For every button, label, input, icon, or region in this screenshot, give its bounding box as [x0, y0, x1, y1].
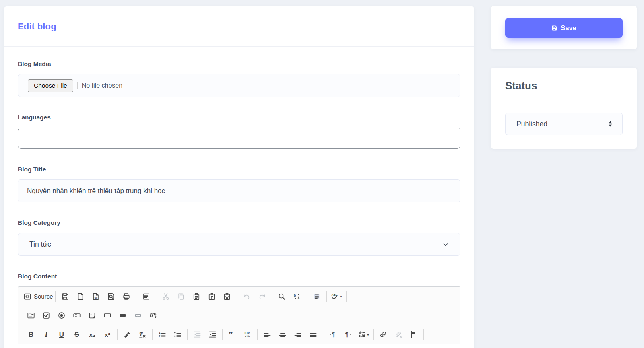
button-field-button[interactable]	[115, 308, 130, 323]
blog-content-label: Blog Content	[18, 273, 460, 280]
radio-button-icon	[58, 311, 66, 319]
toolbar-separator	[136, 291, 136, 302]
align-right-button[interactable]	[290, 327, 305, 342]
italic-button[interactable]: I	[39, 327, 54, 342]
edit-blog-card: Edit blog Blog Media Choose File No file…	[4, 6, 474, 348]
hidden-field-icon	[149, 311, 157, 319]
paste-button[interactable]	[189, 289, 204, 304]
undo-button	[239, 289, 254, 304]
languages-input[interactable]	[18, 128, 460, 149]
source-button[interactable]: Source	[23, 289, 53, 304]
numbered-list-button[interactable]: 12	[155, 327, 170, 342]
print-icon	[122, 292, 130, 301]
checkbox-button[interactable]	[39, 308, 54, 323]
superscript-button[interactable]: x²	[100, 327, 115, 342]
editor-toolbar-row-1: SourcePDFbaABC▾	[18, 287, 460, 306]
link-button[interactable]	[376, 327, 391, 342]
text-field-button[interactable]	[69, 308, 85, 323]
new-page-icon	[76, 292, 85, 301]
card-header: Edit blog	[4, 6, 474, 47]
toolbar-separator	[237, 291, 237, 302]
export-pdf-button[interactable]: PDF	[88, 289, 103, 304]
svg-text:PDF: PDF	[93, 296, 98, 299]
card-body: Blog Media Choose File No file chosen La…	[4, 47, 474, 348]
status-select[interactable]: Published	[505, 113, 623, 135]
remove-format-icon: T	[138, 330, 147, 338]
dropdown-caret-icon: ▾	[340, 294, 342, 299]
page-title: Edit blog	[18, 21, 56, 32]
unlink-icon	[394, 330, 402, 338]
div-container-button[interactable]: DIV</>	[240, 327, 255, 342]
select-all-button[interactable]	[309, 289, 324, 304]
checkbox-icon	[42, 311, 50, 319]
toolbar-separator	[156, 291, 156, 302]
save-button[interactable]: Save	[505, 18, 623, 38]
preview-button[interactable]	[103, 289, 119, 304]
indent-button[interactable]	[205, 327, 220, 342]
anchor-icon	[410, 330, 418, 338]
paste-icon	[192, 292, 200, 301]
subscript-button[interactable]: x₂	[85, 327, 100, 342]
spell-check-button[interactable]: ABC▾	[329, 289, 344, 304]
anchor-button[interactable]	[406, 327, 421, 342]
align-left-button[interactable]	[260, 327, 275, 342]
hidden-field-button[interactable]	[146, 308, 161, 323]
blog-content-group: Blog Content SourcePDFbaABC▾ BIUSx₂x²T12…	[18, 273, 460, 348]
status-value: Published	[516, 120, 547, 128]
paste-text-icon	[208, 292, 216, 301]
language-button[interactable]: ▾	[356, 327, 371, 342]
choose-file-button[interactable]: Choose File	[28, 79, 73, 92]
editor-content-area[interactable]	[18, 344, 460, 348]
textarea-icon	[88, 311, 96, 319]
text-direction-ltr-button[interactable]: ¶	[325, 327, 341, 342]
cut-button	[158, 289, 173, 304]
paste-from-word-button[interactable]	[219, 289, 235, 304]
textarea-button[interactable]	[85, 308, 100, 323]
new-page-button[interactable]	[73, 289, 88, 304]
editor-toolbar-row-2	[18, 306, 460, 325]
select-field-button[interactable]	[100, 308, 115, 323]
save-card: Save	[491, 6, 637, 49]
find-button[interactable]	[274, 289, 289, 304]
templates-icon	[142, 292, 150, 301]
page: Edit blog Blog Media Choose File No file…	[0, 0, 644, 348]
status-card-title: Status	[505, 80, 623, 92]
form-icon	[27, 311, 35, 319]
image-button-button[interactable]	[130, 308, 146, 323]
outdent-button	[190, 327, 205, 342]
blog-category-select[interactable]: Tin tức	[18, 233, 460, 256]
svg-text:ABC: ABC	[331, 293, 338, 297]
remove-format-button[interactable]: T	[135, 327, 150, 342]
text-direction-rtl-button[interactable]: ¶	[341, 327, 356, 342]
save-icon	[61, 292, 69, 301]
toolbar-separator	[307, 291, 307, 302]
svg-text:T: T	[139, 331, 143, 338]
print-button[interactable]	[119, 289, 134, 304]
align-center-button[interactable]	[275, 327, 290, 342]
copy-icon	[177, 292, 185, 301]
copy-formatting-button[interactable]	[120, 327, 135, 342]
svg-text:”: ”	[229, 330, 233, 338]
editor-toolbar-row-3: BIUSx₂x²T12”DIV</>¶¶▾	[18, 325, 460, 344]
redo-button	[254, 289, 270, 304]
radio-button-button[interactable]	[54, 308, 69, 323]
templates-button[interactable]	[138, 289, 154, 304]
blog-title-input[interactable]	[18, 179, 460, 202]
toolbar-separator	[346, 291, 347, 302]
blockquote-button[interactable]: ”	[225, 327, 240, 342]
replace-button[interactable]: ba	[289, 289, 305, 304]
blog-media-label: Blog Media	[18, 60, 460, 68]
underline-button[interactable]: U	[54, 327, 69, 342]
save-button[interactable]	[58, 289, 73, 304]
strikethrough-button[interactable]: S	[69, 327, 85, 342]
blog-media-group: Blog Media Choose File No file chosen	[18, 60, 460, 97]
paste-text-button[interactable]	[204, 289, 219, 304]
justify-button[interactable]	[305, 327, 321, 342]
export-pdf-icon: PDF	[92, 292, 100, 301]
toolbar-separator	[117, 329, 118, 340]
form-button[interactable]	[23, 308, 39, 323]
save-icon	[551, 25, 557, 31]
bulleted-list-button[interactable]	[170, 327, 185, 342]
bold-button[interactable]: B	[23, 327, 39, 342]
blog-media-input[interactable]: Choose File No file chosen	[18, 74, 460, 97]
